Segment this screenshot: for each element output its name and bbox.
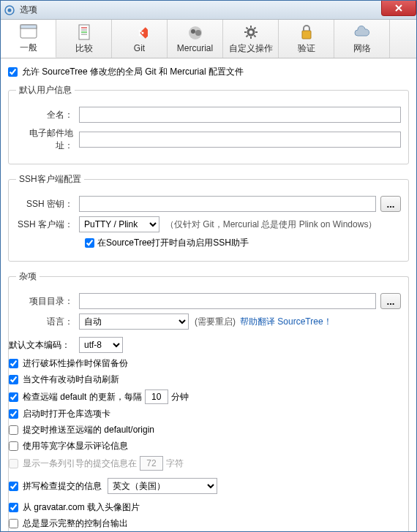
ruler-pre: 显示一条列引导的提交信息在 xyxy=(23,457,137,470)
spellcheck-label: 拼写检查提交的信息 xyxy=(23,480,102,493)
full-console-checkbox[interactable] xyxy=(9,519,18,528)
ruler-input xyxy=(140,456,163,471)
ssh-client-label: SSH 客户端： xyxy=(16,218,79,231)
svg-point-16 xyxy=(191,29,195,34)
ssh-autostart-checkbox[interactable] xyxy=(85,238,94,248)
open-repo-tab-checkbox[interactable] xyxy=(9,409,18,419)
ssh-group: SSH客户端配置 SSH 密钥： ... SSH 客户端： PuTTY / Pl… xyxy=(8,173,409,262)
svg-line-26 xyxy=(246,35,247,37)
check-remote-input[interactable] xyxy=(145,390,168,404)
svg-point-17 xyxy=(195,30,201,36)
gear-icon xyxy=(242,23,260,41)
svg-point-1 xyxy=(8,8,12,12)
tab-compare[interactable]: 比较 xyxy=(56,20,112,58)
email-label: 电子邮件地址： xyxy=(16,127,79,152)
content-area: 允许 SourceTree 修改您的全局 Git 和 Mercurial 配置文… xyxy=(1,58,416,532)
check-remote-post: 分钟 xyxy=(171,391,189,403)
close-button[interactable] xyxy=(381,0,416,16)
mercurial-icon xyxy=(187,24,204,42)
fullname-input[interactable] xyxy=(79,107,401,123)
tab-git[interactable]: Git xyxy=(112,20,168,58)
full-console-label: 总是显示完整的控制台输出 xyxy=(23,517,128,530)
ssh-key-label: SSH 密钥： xyxy=(16,198,79,210)
autorefresh-label: 当文件有改动时自动刷新 xyxy=(23,373,119,386)
svg-point-18 xyxy=(248,29,254,35)
push-default-label: 提交时推送至远端的 default/origin xyxy=(23,424,154,436)
check-remote-pre: 检查远端 default 的更新，每隔 xyxy=(23,391,142,403)
monospace-checkbox[interactable] xyxy=(9,441,18,451)
encoding-label: 默认文本编码： xyxy=(9,339,79,352)
tab-auth[interactable]: 验证 xyxy=(279,20,334,58)
window-title: 选项 xyxy=(20,4,37,16)
check-remote-checkbox[interactable] xyxy=(9,392,18,402)
svg-rect-27 xyxy=(302,31,311,39)
ssh-client-select[interactable]: PuTTY / Plink xyxy=(79,216,159,232)
lock-icon xyxy=(298,23,315,41)
user-info-legend: 默认用户信息 xyxy=(16,84,75,96)
tab-general[interactable]: 一般 xyxy=(1,20,56,58)
document-icon xyxy=(75,23,93,41)
email-input[interactable] xyxy=(79,132,401,148)
backup-label: 进行破坏性操作时保留备份 xyxy=(23,357,128,370)
svg-line-23 xyxy=(246,27,247,28)
svg-rect-3 xyxy=(20,25,37,28)
ruler-checkbox xyxy=(9,459,18,468)
translate-link[interactable]: 帮助翻译 SourceTree！ xyxy=(240,316,332,328)
spellcheck-checkbox[interactable] xyxy=(9,482,18,491)
svg-line-25 xyxy=(254,27,255,28)
ssh-key-browse-button[interactable]: ... xyxy=(380,196,401,212)
tab-custom[interactable]: 自定义操作 xyxy=(223,20,279,58)
misc-legend: 杂项 xyxy=(16,270,40,283)
lang-label: 语言： xyxy=(16,316,79,328)
svg-line-24 xyxy=(254,35,255,37)
autorefresh-checkbox[interactable] xyxy=(9,375,18,384)
project-dir-browse-button[interactable]: ... xyxy=(380,293,401,309)
ruler-post: 字符 xyxy=(166,457,184,470)
push-default-checkbox[interactable] xyxy=(9,425,18,435)
allow-modify-label: 允许 SourceTree 修改您的全局 Git 和 Mercurial 配置文… xyxy=(22,66,244,78)
ssh-key-input[interactable] xyxy=(79,196,376,212)
ssh-legend: SSH客户端配置 xyxy=(16,173,84,186)
spellcheck-lang-select[interactable]: 英文（美国） xyxy=(108,478,217,494)
ssh-autostart-label: 在SourceTree打开时自动启用SSH助手 xyxy=(97,237,249,249)
gravatar-label: 从 gravatar.com 载入头像图片 xyxy=(23,501,140,514)
monospace-label: 使用等宽字体显示评论信息 xyxy=(23,440,128,452)
tab-bar: 一般 比较 Git Mercurial 自定义操作 验证 网络 xyxy=(1,20,416,58)
window-titlebar: 选项 xyxy=(1,1,416,20)
project-dir-input[interactable] xyxy=(79,293,376,309)
window-icon xyxy=(20,23,37,40)
user-info-group: 默认用户信息 全名： 电子邮件地址： xyxy=(8,84,409,164)
backup-checkbox[interactable] xyxy=(9,359,18,368)
restart-hint: (需要重启) xyxy=(195,316,236,328)
project-dir-label: 项目目录： xyxy=(16,295,79,308)
app-icon xyxy=(4,4,15,16)
lang-select[interactable]: 自动 xyxy=(79,314,189,330)
tab-mercurial[interactable]: Mercurial xyxy=(168,20,223,58)
open-repo-tab-label: 启动时打开仓库选项卡 xyxy=(23,408,110,420)
tab-network[interactable]: 网络 xyxy=(334,20,390,58)
gravatar-checkbox[interactable] xyxy=(9,503,18,512)
git-icon xyxy=(131,24,149,42)
fullname-label: 全名： xyxy=(16,109,79,121)
encoding-select[interactable]: utf-8 xyxy=(79,337,123,353)
ssh-hint: （仅针对 Git，Mercurial 总是使用 Plink on Windows… xyxy=(165,218,377,231)
allow-modify-checkbox[interactable] xyxy=(8,67,18,77)
misc-group: 杂项 项目目录： ... 语言： 自动 (需要重启) 帮助翻译 SourceTr… xyxy=(8,270,409,532)
cloud-icon xyxy=(353,23,371,41)
